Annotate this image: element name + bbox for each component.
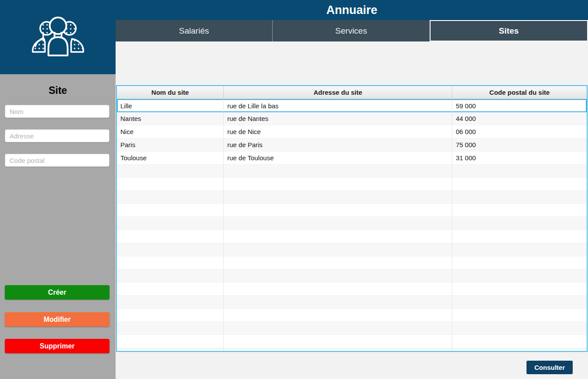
table-cell	[224, 191, 452, 204]
table-row[interactable]: Toulouserue de Toulouse31 000	[117, 152, 587, 165]
table-cell	[117, 322, 224, 335]
table-empty-row	[117, 335, 587, 348]
tab-sites[interactable]: Sites	[430, 20, 588, 41]
table-cell	[224, 243, 452, 256]
consulter-button[interactable]: Consulter	[526, 361, 573, 374]
table-cell	[452, 165, 587, 178]
table-empty-row	[117, 243, 587, 256]
table-cell	[452, 309, 587, 322]
table-empty-row	[117, 217, 587, 230]
table-cell	[224, 204, 452, 217]
table-row[interactable]: Parisrue de Paris75 000	[117, 138, 587, 152]
table-cell	[117, 243, 224, 256]
table-empty-row	[117, 309, 587, 322]
table-cell: 06 000	[452, 125, 587, 138]
table-cell	[452, 217, 587, 230]
tab-salaries[interactable]: Salariés	[116, 20, 272, 41]
people-group-icon	[30, 12, 86, 62]
table-cell: 44 000	[452, 112, 587, 125]
table-cell: Paris	[117, 138, 224, 152]
table-cell	[117, 256, 224, 269]
table-cell: 75 000	[452, 138, 587, 152]
table-empty-row	[117, 204, 587, 217]
table-cell	[117, 309, 224, 322]
table-cell	[452, 178, 587, 191]
nom-field[interactable]	[5, 105, 109, 118]
table-cell	[117, 178, 224, 191]
table-cell	[452, 269, 587, 283]
table-cell	[452, 283, 587, 296]
table-cell	[452, 322, 587, 335]
tab-bar: SalariésServicesSites	[116, 20, 588, 41]
table-cell	[117, 217, 224, 230]
table-cell	[452, 243, 587, 256]
table-empty-row	[117, 296, 587, 309]
table-cell	[117, 230, 224, 243]
page-title: Annuaire	[116, 0, 588, 20]
table-cell: rue de Lille la bas	[224, 99, 452, 112]
table-cell	[224, 178, 452, 191]
table-cell	[224, 283, 452, 296]
table-cell	[117, 283, 224, 296]
table-cell	[452, 191, 587, 204]
creer-button[interactable]: Créer	[5, 285, 109, 300]
table-cell	[224, 309, 452, 322]
table-cell: rue de Nantes	[224, 112, 452, 125]
tab-services[interactable]: Services	[272, 20, 429, 41]
table-cell	[452, 204, 587, 217]
table-cell: 31 000	[452, 152, 587, 165]
table-cell	[117, 191, 224, 204]
table-row[interactable]: Nicerue de Nice06 000	[117, 125, 587, 138]
table-cell	[452, 256, 587, 269]
table-cell: 59 000	[452, 99, 587, 112]
table-empty-row	[117, 230, 587, 243]
table-cell	[224, 348, 452, 352]
table-cell	[224, 322, 452, 335]
table-cell	[117, 296, 224, 309]
table-header-row: Nom du siteAdresse du siteCode postal du…	[117, 86, 587, 99]
table-empty-row	[117, 191, 587, 204]
table-cell	[224, 335, 452, 348]
table-cell: rue de Paris	[224, 138, 452, 152]
annuaire-window: Annuaire	[0, 0, 588, 379]
code-postal-field[interactable]	[5, 154, 109, 167]
table-cell	[117, 335, 224, 348]
table-cell: rue de Toulouse	[224, 152, 452, 165]
table-row[interactable]: Nantesrue de Nantes44 000	[117, 112, 587, 125]
table-cell	[452, 230, 587, 243]
column-header[interactable]: Adresse du site	[224, 86, 452, 99]
table-cell: rue de Nice	[224, 125, 452, 138]
sites-table: Nom du siteAdresse du siteCode postal du…	[116, 85, 588, 352]
supprimer-button[interactable]: Supprimer	[5, 339, 109, 353]
table-cell: Nice	[117, 125, 224, 138]
column-header[interactable]: Nom du site	[117, 86, 224, 99]
table-cell	[452, 296, 587, 309]
table-cell	[117, 204, 224, 217]
table-cell	[224, 269, 452, 283]
table-empty-row	[117, 322, 587, 335]
table-cell	[117, 269, 224, 283]
table-empty-row	[117, 256, 587, 269]
table-body: Lillerue de Lille la bas59 000Nantesrue …	[117, 99, 587, 352]
adresse-field[interactable]	[5, 129, 109, 142]
table-cell	[224, 296, 452, 309]
table-cell: Lille	[117, 99, 224, 112]
column-header[interactable]: Code postal du site	[452, 86, 587, 99]
table-empty-row	[117, 269, 587, 283]
logo-block	[0, 0, 116, 74]
table-cell: Toulouse	[117, 152, 224, 165]
table-cell	[117, 165, 224, 178]
table-cell: Nantes	[117, 112, 224, 125]
table-empty-row	[117, 283, 587, 296]
table-empty-row	[117, 165, 587, 178]
table-cell	[452, 348, 587, 352]
site-form-panel: Site CréerModifierSupprimer	[0, 74, 116, 379]
table-empty-row	[117, 178, 587, 191]
table-cell	[452, 335, 587, 348]
modifier-button[interactable]: Modifier	[5, 312, 109, 327]
table-row[interactable]: Lillerue de Lille la bas59 000	[117, 99, 587, 112]
table-cell	[224, 165, 452, 178]
form-title: Site	[0, 85, 116, 96]
table-cell	[224, 230, 452, 243]
table-cell	[224, 217, 452, 230]
